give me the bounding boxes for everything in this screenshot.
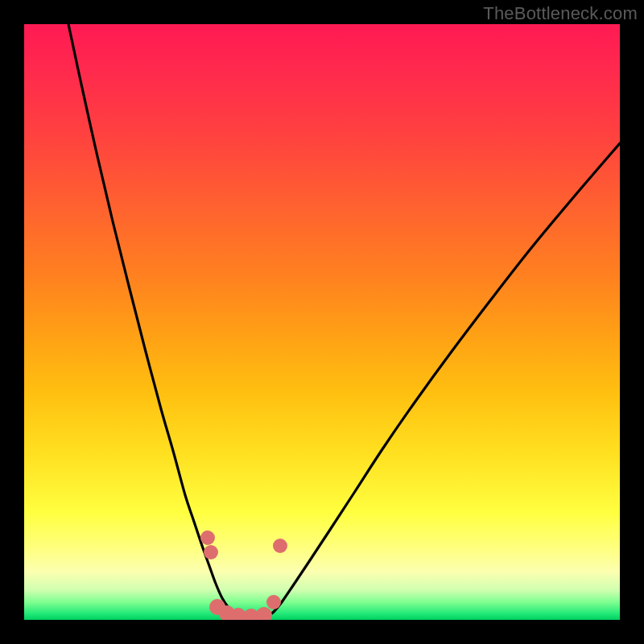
curve-left-curve <box>68 24 242 618</box>
data-marker <box>200 530 215 545</box>
curve-group <box>68 24 620 618</box>
chart-frame <box>24 24 620 620</box>
data-marker <box>266 595 281 609</box>
watermark-text: TheBottleneck.com <box>483 3 638 24</box>
data-marker <box>273 539 287 553</box>
curve-right-curve <box>266 143 620 618</box>
data-marker <box>256 607 272 620</box>
chart-svg <box>24 24 620 620</box>
data-marker <box>204 545 218 559</box>
